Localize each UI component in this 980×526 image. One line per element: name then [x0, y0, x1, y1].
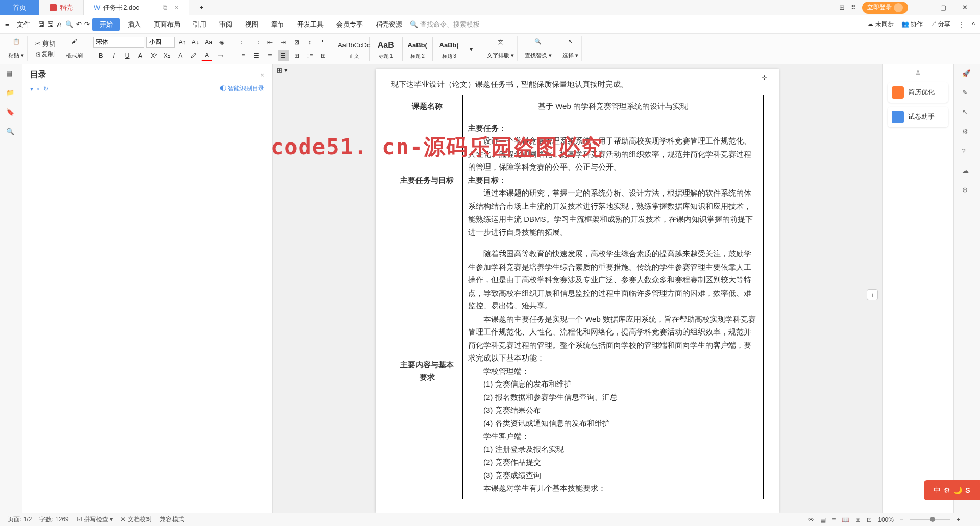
close-tab-icon[interactable]: ×	[175, 4, 179, 11]
zoom-in[interactable]: +	[957, 516, 960, 523]
font-size-select[interactable]	[146, 37, 175, 48]
highlight[interactable]: 🖍	[188, 50, 199, 61]
font-select[interactable]	[93, 37, 144, 48]
preview-icon[interactable]: 🔍	[65, 20, 74, 28]
align-right[interactable]: ≡	[264, 50, 276, 61]
view-outline-icon[interactable]: ≡	[832, 516, 836, 523]
cursor-icon[interactable]: ↖	[962, 108, 972, 118]
document-area[interactable]: ⊞▾ ⊹ 现下达毕业设计（论文）课题任务书，望能保质保量地认真按时完成。 课题名…	[273, 64, 882, 513]
italic-button[interactable]: I	[108, 50, 119, 61]
print-icon[interactable]: 🖨	[56, 20, 63, 28]
zoom-slider[interactable]	[910, 519, 950, 520]
panel-collapse-icon[interactable]: ≙	[888, 69, 948, 77]
command-search[interactable]: 🔍查找命令、搜索模板	[410, 20, 480, 29]
zoom-level[interactable]: 100%	[878, 516, 894, 523]
change-case[interactable]: Aa	[203, 37, 214, 48]
outline-refresh-icon[interactable]: ↻	[43, 85, 48, 92]
copy-button[interactable]: ⎘ 复制	[36, 50, 55, 59]
hamburger-icon[interactable]: ≡	[5, 20, 9, 28]
decrease-font[interactable]: A↓	[190, 37, 201, 48]
typeset-button[interactable]: 文文字排版 ▾	[487, 38, 514, 59]
eye-icon[interactable]: 👁	[808, 516, 814, 523]
doc-bookmark-icon[interactable]: ▾	[284, 66, 288, 74]
view-page-icon[interactable]: ▤	[820, 516, 826, 523]
superscript[interactable]: X²	[148, 50, 159, 61]
resume-optimize-button[interactable]: 简历优化	[888, 82, 948, 103]
gear-icon[interactable]: ⊕	[962, 186, 972, 196]
table-expand-icon[interactable]: ⊹	[762, 74, 773, 85]
maximize-button[interactable]: ▢	[936, 0, 951, 15]
collab-button[interactable]: 👥 协作	[901, 20, 923, 29]
menu-ref[interactable]: 引用	[188, 17, 211, 32]
menu-file[interactable]: 文件	[12, 17, 35, 32]
format-painter[interactable]: 🖌格式刷	[66, 38, 83, 59]
decrease-indent[interactable]: ⇤	[264, 37, 276, 48]
menu-chapter[interactable]: 章节	[266, 17, 289, 32]
underline-button[interactable]: U	[121, 50, 133, 61]
spell-check[interactable]: ☑ 拼写检查 ▾	[77, 515, 113, 524]
menu-view[interactable]: 视图	[240, 17, 263, 32]
smart-toc[interactable]: ◐ 智能识别目录	[220, 84, 264, 93]
sync-status[interactable]: ☁ 未同步	[867, 20, 893, 29]
layout-icon[interactable]: ⊞	[839, 4, 845, 11]
login-button[interactable]: 立即登录	[862, 2, 908, 14]
share-button[interactable]: ↗ 分享	[930, 20, 950, 29]
bullet-list[interactable]: ≔	[238, 37, 249, 48]
borders[interactable]: ⊞	[317, 50, 329, 61]
tab-document[interactable]: W任务书2.doc⧉×	[84, 0, 189, 15]
apps-icon[interactable]: ⠿	[851, 4, 856, 11]
settings-icon[interactable]: ⚙	[962, 128, 972, 138]
subscript[interactable]: X₂	[161, 50, 173, 61]
increase-indent[interactable]: ⇥	[278, 37, 289, 48]
tab-home[interactable]: 首页	[0, 0, 39, 15]
outline-icon[interactable]: ▤	[6, 69, 16, 80]
bold-button[interactable]: B	[95, 50, 106, 61]
close-panel-icon[interactable]: ×	[260, 71, 264, 79]
add-section-button[interactable]: +	[867, 289, 878, 300]
menu-review[interactable]: 审阅	[214, 17, 237, 32]
increase-font[interactable]: A↑	[177, 37, 188, 48]
show-marks[interactable]: ¶	[317, 37, 329, 48]
menu-dev[interactable]: 开发工具	[292, 17, 329, 32]
strike-button[interactable]: A̶	[135, 50, 146, 61]
menu-resource[interactable]: 稻壳资源	[371, 17, 407, 32]
menu-start[interactable]: 开始	[92, 18, 120, 31]
rocket-icon[interactable]: 🚀	[962, 69, 972, 80]
sort[interactable]: ↕	[304, 37, 315, 48]
align-left[interactable]: ≡	[238, 50, 249, 61]
select-button[interactable]: ↖选择 ▾	[562, 38, 578, 59]
proofread[interactable]: ✕ 文档校对	[120, 515, 152, 524]
expand-up-icon[interactable]: ^	[972, 21, 975, 28]
close-button[interactable]: ✕	[957, 0, 972, 15]
style-more[interactable]: ▾	[465, 43, 477, 55]
fit-width-icon[interactable]: ⊡	[867, 516, 872, 523]
outline-collapse-icon[interactable]: ▫	[37, 85, 39, 92]
text-effect[interactable]: A	[175, 50, 186, 61]
new-tab-button[interactable]: +	[189, 0, 214, 15]
ime-indicator[interactable]: 中 ⚙ 🌙 S	[924, 480, 980, 500]
style-normal[interactable]: AaBbCcDc正文	[339, 37, 370, 61]
font-color[interactable]: A	[201, 50, 212, 61]
minimize-button[interactable]: —	[914, 0, 929, 15]
style-h2[interactable]: AaBb(标题 2	[402, 37, 433, 61]
style-h3[interactable]: AaBb(标题 3	[434, 37, 464, 61]
doc-nav-icon[interactable]: ⊞	[277, 66, 282, 74]
more-icon[interactable]: ⋮	[958, 21, 964, 28]
line-spacing[interactable]: ↕≡	[304, 50, 315, 61]
view-web-icon[interactable]: ⊞	[855, 516, 861, 523]
help-icon[interactable]: ?	[962, 147, 972, 157]
bookmark-icon[interactable]: 🔖	[6, 108, 16, 118]
word-count[interactable]: 字数: 1269	[39, 515, 68, 524]
tab-daoqiao[interactable]: 稻壳	[39, 0, 84, 15]
char-scale[interactable]: ⊠	[291, 37, 302, 48]
find-replace[interactable]: 🔍查找替换 ▾	[525, 38, 552, 59]
document-page[interactable]: ⊹ 现下达毕业设计（论文）课题任务书，望能保质保量地认真按时完成。 课题名称基于…	[376, 69, 779, 513]
style-h1[interactable]: AaB标题 1	[371, 37, 401, 61]
menu-member[interactable]: 会员专享	[331, 17, 368, 32]
clear-format[interactable]: ◈	[216, 37, 228, 48]
number-list[interactable]: ≕	[251, 37, 262, 48]
exam-helper-button[interactable]: 试卷助手	[888, 107, 948, 127]
save-icon[interactable]: 🖫	[38, 20, 44, 28]
distribute[interactable]: ⊞	[291, 50, 302, 61]
align-center[interactable]: ☰	[251, 50, 262, 61]
